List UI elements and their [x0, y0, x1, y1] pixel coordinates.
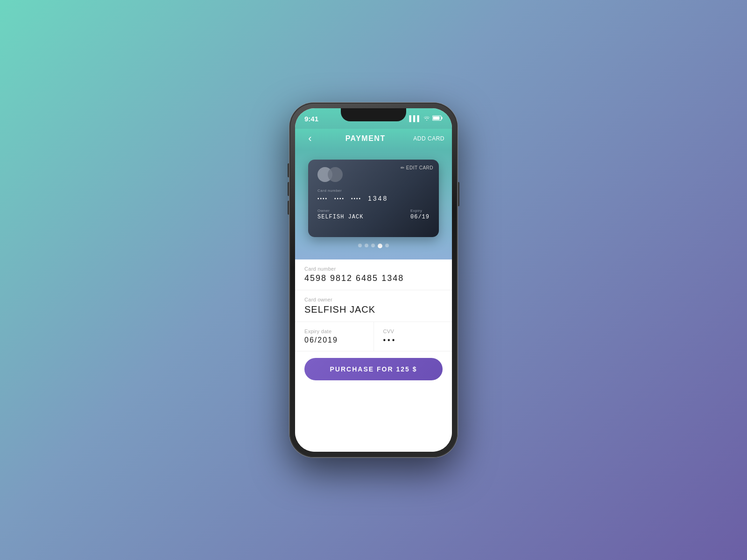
svg-rect-1 — [442, 117, 443, 119]
card-expiry-value: 06/19 — [410, 214, 430, 220]
card-dots-3: •••• — [351, 196, 361, 201]
power-button[interactable] — [458, 182, 459, 206]
card-owner-section: Owner SELFISH JACK — [317, 209, 363, 220]
status-bar: 9:41 ▌▌▌ — [295, 108, 452, 129]
card-number-display: •••• •••• •••• 1348 — [317, 195, 430, 202]
card-number-detail-label: Card number — [304, 266, 443, 272]
card-dots-2: •••• — [334, 196, 345, 201]
expiry-detail-value: 06/2019 — [304, 336, 364, 344]
card-owner-value: SELFISH JACK — [317, 214, 363, 220]
cvv-detail-cell: CVV ••• — [374, 322, 452, 351]
card-owner-detail-section: Card owner SELFISH JACK — [295, 290, 452, 322]
card-area: ✏ EDIT CARD Card number •••• •••• •••• 1… — [295, 150, 452, 259]
status-icons: ▌▌▌ — [409, 115, 443, 122]
card-owner-detail-label: Card owner — [304, 297, 443, 302]
card-owner-detail-value: SELFISH JACK — [304, 304, 443, 315]
pencil-icon: ✏ — [401, 165, 405, 170]
card-bottom: Owner SELFISH JACK Expiry 06/19 — [317, 209, 430, 220]
svg-rect-2 — [433, 116, 440, 119]
cvv-detail-value: ••• — [383, 336, 443, 344]
signal-icon: ▌▌▌ — [409, 115, 421, 122]
carousel-dot-5[interactable] — [385, 244, 389, 247]
expiry-detail-label: Expiry date — [304, 329, 364, 334]
back-button[interactable]: ‹ — [303, 133, 317, 145]
purchase-button[interactable]: PURCHASE FOR 125 $ — [304, 358, 443, 380]
phone-frame: 9:41 ▌▌▌ — [289, 103, 458, 457]
wifi-icon — [423, 115, 430, 122]
status-time: 9:41 — [304, 115, 318, 123]
carousel-dot-4[interactable] — [378, 244, 382, 248]
card-number-label: Card number — [317, 189, 430, 193]
carousel-dots — [358, 244, 389, 248]
expiry-detail-cell: Expiry date 06/2019 — [295, 322, 374, 351]
mc-right-circle — [328, 167, 343, 182]
carousel-dot-2[interactable] — [365, 244, 368, 247]
cvv-detail-label: CVV — [383, 329, 443, 334]
card-last4: 1348 — [368, 195, 388, 202]
carousel-dot-1[interactable] — [358, 244, 362, 247]
card-number-section: Card number 4598 9812 6485 1348 — [295, 259, 452, 290]
phone-screen: 9:41 ▌▌▌ — [295, 108, 452, 452]
add-card-button[interactable]: ADD CARD — [413, 135, 444, 142]
owner-label: Owner — [317, 209, 363, 213]
battery-icon — [432, 115, 443, 122]
expiry-label: Expiry — [410, 209, 430, 213]
detail-area: Card number 4598 9812 6485 1348 Card own… — [295, 259, 452, 452]
card-expiry-section: Expiry 06/19 — [410, 209, 430, 220]
card-number-detail-value: 4598 9812 6485 1348 — [304, 273, 443, 283]
card-dots-1: •••• — [317, 196, 328, 201]
page-title: PAYMENT — [345, 134, 386, 143]
purchase-area: PURCHASE FOR 125 $ — [295, 351, 452, 390]
credit-card: ✏ EDIT CARD Card number •••• •••• •••• 1… — [308, 160, 439, 237]
header: ‹ PAYMENT ADD CARD — [295, 129, 452, 150]
notch — [341, 108, 406, 121]
expiry-cvv-row: Expiry date 06/2019 CVV ••• — [295, 322, 452, 351]
carousel-dot-3[interactable] — [371, 244, 375, 247]
edit-card-button[interactable]: ✏ EDIT CARD — [401, 165, 433, 170]
